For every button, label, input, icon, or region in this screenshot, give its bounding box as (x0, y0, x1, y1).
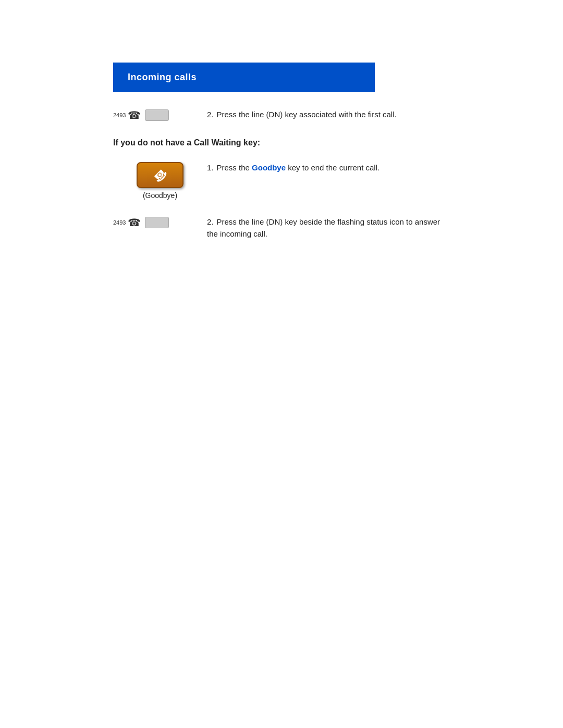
section-step-text-after: key to end the current call. (286, 163, 380, 172)
step-number-1: 2. (207, 110, 214, 119)
section-step-row-1: ☎ (Goodbye) 1.Press the Goodbye key to e… (113, 162, 450, 200)
header-banner: Incoming calls (113, 63, 375, 92)
goodbye-phone-icon: ☎ (150, 165, 169, 184)
section-step-text-content-2: Press the line (DN) key beside the flash… (207, 217, 440, 238)
step-row-1: 2493 ☎ 2.Press the line (DN) key associa… (113, 109, 450, 121)
step-text-1: 2.Press the line (DN) key associated wit… (207, 109, 450, 121)
content-area: 2493 ☎ 2.Press the line (DN) key associa… (0, 109, 563, 240)
section-step-number-2: 2. (207, 217, 214, 226)
phone-icon-2: ☎ (128, 216, 141, 229)
page-wrapper: Incoming calls 2493 ☎ 2.Press the line (… (0, 63, 563, 728)
goodbye-button-container: ☎ (Goodbye) (113, 162, 207, 200)
section-step-text-before: Press the (217, 163, 252, 172)
phone-number-label-2: 2493 (113, 219, 126, 226)
header-title: Incoming calls (128, 72, 197, 82)
step-text-content-1: Press the line (DN) key associated with … (217, 110, 397, 119)
section-step-number-1: 1. (207, 163, 214, 172)
goodbye-label: (Goodbye) (143, 191, 177, 200)
step-icon-group-2: 2493 ☎ (113, 216, 207, 229)
goodbye-word: Goodbye (252, 163, 286, 172)
phone-number-label-1: 2493 (113, 112, 126, 118)
goodbye-button[interactable]: ☎ (137, 162, 183, 188)
step-text-section-1: 1.Press the Goodbye key to end the curre… (207, 162, 450, 174)
section-heading: If you do not have a Call Waiting key: (113, 138, 450, 147)
phone-icon-1: ☎ (128, 109, 141, 121)
step-text-section-2: 2.Press the line (DN) key beside the fla… (207, 216, 450, 240)
section-step-row-2: 2493 ☎ 2.Press the line (DN) key beside … (113, 216, 450, 240)
dn-key-rect-1 (145, 109, 169, 121)
dn-key-rect-2 (145, 217, 169, 228)
step-icon-group-1: 2493 ☎ (113, 109, 207, 121)
